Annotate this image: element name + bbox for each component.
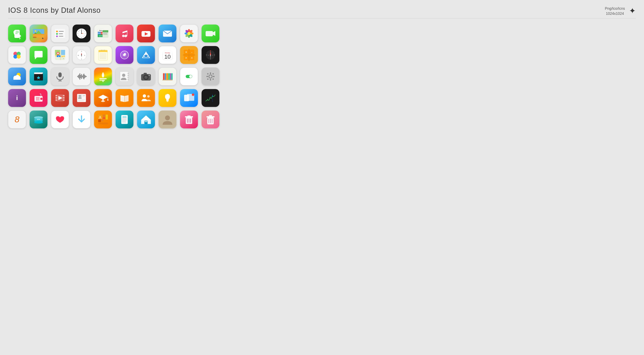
svg-rect-289 [122,121,126,121]
svg-rect-240 [83,95,85,96]
icon-settings-toggle[interactable] [180,68,198,85]
svg-point-204 [189,75,192,78]
logo-icon: ✦ [629,6,636,16]
svg-point-101 [101,50,102,51]
svg-point-102 [102,50,104,51]
icon-itunes[interactable] [116,46,134,64]
icon-messages[interactable] [30,46,48,64]
icon-contacts-app[interactable] [72,89,90,107]
svg-rect-285 [122,117,126,117]
icon-compass[interactable]: N E S W [202,46,220,64]
svg-rect-211 [207,73,209,75]
svg-rect-160 [58,72,62,77]
svg-rect-19 [59,31,64,32]
svg-rect-53 [103,34,108,35]
svg-rect-232 [56,100,57,101]
svg-rect-212 [212,78,214,80]
icon-radio[interactable] [30,89,48,107]
svg-text:C: C [128,77,129,78]
icon-imovie[interactable] [30,68,48,85]
svg-rect-243 [78,101,84,101]
icon-testflight[interactable] [72,111,90,128]
svg-point-224 [37,100,38,100]
icon-stocks[interactable] [202,89,220,107]
icon-homekit[interactable] [137,111,155,128]
icon-newsstand[interactable]: News TRAVEL ART SPORTS [94,25,112,42]
icon-calculator[interactable]: + - × = [180,46,198,64]
svg-point-54 [122,35,124,37]
svg-rect-290 [122,122,126,122]
svg-point-223 [36,100,37,100]
icon-music[interactable] [116,25,134,42]
svg-rect-75 [61,50,65,55]
icon-game-center-old[interactable]: 🎥 [30,25,48,42]
icon-photos[interactable] [180,25,198,42]
svg-text:W: W [208,55,209,56]
svg-rect-52 [103,34,107,34]
icon-itunes-u[interactable] [94,89,112,107]
svg-rect-122 [188,49,190,61]
svg-rect-208 [210,79,211,81]
svg-point-248 [107,99,108,101]
icon-facetime[interactable] [202,25,220,42]
svg-rect-233 [63,95,64,96]
svg-rect-67 [206,31,213,36]
svg-rect-258 [166,100,169,101]
icon-appstore[interactable] [137,46,155,64]
svg-text:10: 10 [78,31,79,32]
svg-point-103 [104,50,105,51]
icon-clock[interactable]: 12 3 6 9 1 2 4 5 7 8 10 11 [72,25,90,42]
icon-swift[interactable]: SDK [30,111,48,128]
svg-rect-231 [56,97,57,98]
icon-trash2[interactable] [202,111,220,128]
icon-video-editor[interactable] [51,89,69,107]
icon-mirror[interactable]: ! [180,89,198,107]
svg-text:W: W [78,55,79,56]
svg-rect-284 [121,115,128,124]
svg-text:SPORTS: SPORTS [99,35,103,37]
icon-periscope[interactable]: i [8,89,26,107]
icon-find-friends[interactable] [137,89,155,107]
svg-rect-13 [34,37,34,38]
svg-point-17 [56,33,58,35]
svg-rect-281 [98,123,108,124]
icon-tips[interactable] [158,89,176,107]
icon-ibooks[interactable] [158,68,176,85]
svg-rect-286 [122,118,127,118]
svg-point-38 [81,33,82,34]
icon-trash1[interactable] [180,111,198,128]
svg-rect-145 [14,78,21,80]
icon-voice-memos[interactable] [72,68,90,85]
svg-point-218 [37,97,38,98]
icon-contacts-list[interactable]: A B C D [116,68,134,85]
icon-calendar[interactable]: Monday 10 [158,46,176,64]
svg-rect-287 [122,119,126,119]
icon-photo-library[interactable] [94,111,112,128]
svg-point-239 [79,95,81,97]
icon-contact-photo[interactable] [158,111,176,128]
icon-weather[interactable] [8,68,26,85]
svg-point-220 [36,98,37,99]
svg-point-221 [37,98,38,99]
icon-camera[interactable] [137,68,155,85]
icon-ios8[interactable]: 8 [8,111,26,128]
icon-microphone[interactable] [51,68,69,85]
icon-maps[interactable]: 280 A [51,46,69,64]
svg-point-219 [38,97,39,98]
icon-notes[interactable] [94,46,112,64]
icon-mail[interactable] [158,25,176,42]
icon-reminders[interactable] [51,25,69,42]
icon-ibooks2[interactable] [116,89,134,107]
svg-point-217 [36,97,37,98]
icon-health[interactable] [51,111,69,128]
svg-text:11: 11 [80,30,80,31]
svg-point-187 [122,74,125,77]
svg-rect-214 [212,73,214,75]
icon-pages[interactable] [116,111,134,128]
icon-phone[interactable] [8,25,26,42]
icon-safari[interactable]: N E S W [72,46,90,64]
icon-iphoto[interactable] [94,68,112,85]
icon-youtube[interactable] [137,25,155,42]
icon-settings[interactable] [202,68,220,85]
icon-game-center[interactable] [8,46,26,64]
